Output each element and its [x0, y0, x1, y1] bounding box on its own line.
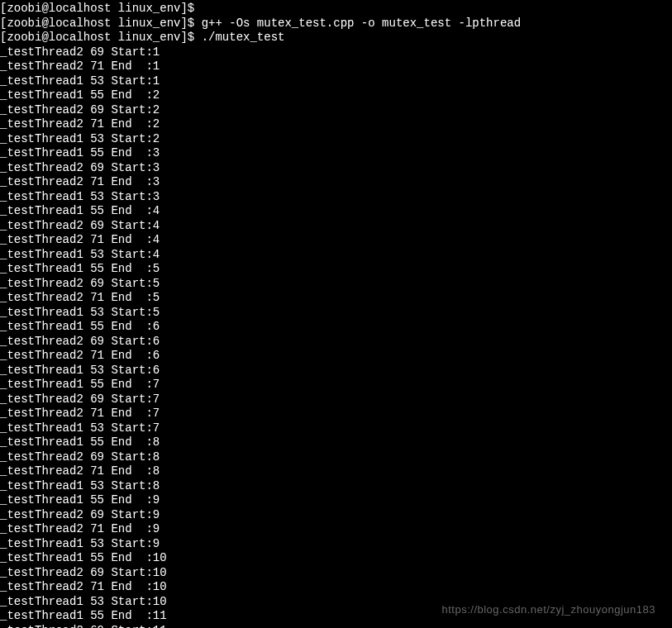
terminal-line: _testThread2 71 End :5 — [0, 291, 672, 306]
watermark-text: https://blog.csdn.net/zyj_zhouyongjun183 — [441, 603, 655, 616]
terminal-line: [zoobi@localhost linux_env]$ g++ -Os mut… — [0, 17, 672, 31]
terminal-line: _testThread2 69 Start:9 — [0, 508, 672, 523]
terminal-line: _testThread2 71 End :6 — [0, 349, 672, 364]
terminal-line: _testThread2 69 Start:6 — [0, 335, 672, 350]
terminal-line: _testThread1 55 End :3 — [0, 146, 672, 161]
terminal-line: _testThread2 69 Start:10 — [0, 566, 672, 581]
terminal-line: _testThread2 71 End :9 — [0, 522, 672, 537]
terminal-line: _testThread1 53 Start:4 — [0, 248, 672, 263]
terminal-line: _testThread2 69 Start:4 — [0, 219, 672, 234]
terminal-line: _testThread2 69 Start:8 — [0, 450, 672, 465]
terminal-line: _testThread2 69 Start:7 — [0, 392, 672, 407]
terminal-line: _testThread2 69 Start:3 — [0, 161, 672, 176]
terminal-output[interactable]: [zoobi@localhost linux_env]$ [zoobi@loca… — [0, 2, 672, 628]
terminal-line: _testThread1 55 End :10 — [0, 551, 672, 566]
terminal-line: _testThread1 53 Start:9 — [0, 537, 672, 552]
terminal-line: _testThread1 53 Start:1 — [0, 74, 672, 89]
terminal-line: _testThread2 71 End :3 — [0, 175, 672, 190]
terminal-line: _testThread2 69 Start:5 — [0, 277, 672, 292]
terminal-line: _testThread1 53 Start:2 — [0, 132, 672, 147]
terminal-line: _testThread1 55 End :8 — [0, 435, 672, 450]
terminal-line: _testThread1 55 End :2 — [0, 88, 672, 103]
terminal-line: _testThread2 71 End :4 — [0, 233, 672, 248]
terminal-line: _testThread2 71 End :8 — [0, 464, 672, 479]
terminal-line: _testThread1 53 Start:7 — [0, 421, 672, 436]
terminal-line: _testThread1 55 End :4 — [0, 204, 672, 219]
terminal-line: _testThread1 53 Start:5 — [0, 306, 672, 321]
terminal-line: _testThread2 71 End :2 — [0, 117, 672, 132]
terminal-line: _testThread1 53 Start:8 — [0, 479, 672, 494]
terminal-line: [zoobi@localhost linux_env]$ — [0, 2, 672, 17]
terminal-line: _testThread2 71 End :1 — [0, 59, 672, 74]
terminal-line: _testThread1 55 End :6 — [0, 320, 672, 335]
terminal-line: _testThread1 55 End :5 — [0, 262, 672, 277]
terminal-line: _testThread2 71 End :10 — [0, 580, 672, 595]
terminal-line: _testThread2 71 End :7 — [0, 407, 672, 421]
terminal-line: [zoobi@localhost linux_env]$ ./mutex_tes… — [0, 31, 672, 45]
terminal-line: _testThread1 53 Start:6 — [0, 364, 672, 378]
terminal-line: _testThread2 69 Start:1 — [0, 45, 672, 60]
terminal-line: _testThread2 69 Start:2 — [0, 103, 672, 118]
terminal-line: _testThread2 69 Start:11 — [0, 624, 672, 629]
terminal-line: _testThread1 55 End :9 — [0, 493, 672, 508]
terminal-line: _testThread1 55 End :7 — [0, 378, 672, 392]
terminal-line: _testThread1 53 Start:3 — [0, 190, 672, 205]
